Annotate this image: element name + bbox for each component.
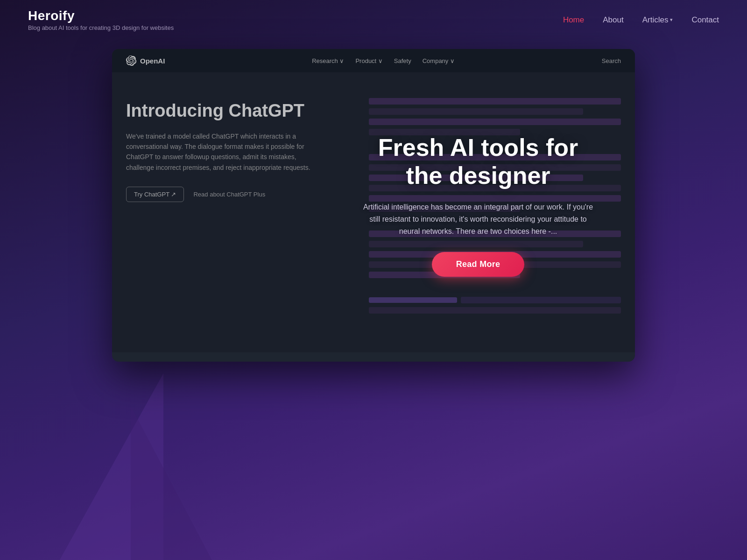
top-navigation: Heroify Blog about AI tools for creating… [0, 0, 747, 40]
main-content: OpenAI Research ∨ Product ∨ Safety Compa… [0, 40, 747, 371]
content-line [369, 108, 583, 115]
inner-hero-body: We've trained a model called ChatGPT whi… [126, 131, 313, 173]
inner-nav-company: Company ∨ [423, 57, 455, 64]
browser-card: OpenAI Research ∨ Product ∨ Safety Compa… [112, 49, 635, 362]
nav-about[interactable]: About [603, 15, 623, 25]
overlay-title: Fresh AI tools for the designer [361, 134, 595, 190]
content-line [461, 297, 621, 303]
read-chatgpt-plus-button: Read about ChatGPT Plus [191, 187, 267, 202]
inner-nav-links: Research ∨ Product ∨ Safety Company ∨ [312, 57, 455, 64]
openai-logo: OpenAI [126, 56, 165, 66]
content-lines-group-4 [369, 297, 621, 314]
nav-links: Home About Articles ▾ Contact [563, 15, 719, 25]
openai-logo-text: OpenAI [140, 57, 165, 65]
brand-subtitle: Blog about AI tools for creating 3D desi… [28, 24, 174, 31]
content-line [369, 307, 621, 314]
inner-nav-safety: Safety [394, 57, 411, 64]
chevron-down-icon: ▾ [670, 17, 673, 23]
inner-hero-left: Introducing ChatGPT We've trained a mode… [126, 96, 350, 338]
articles-label: Articles [642, 15, 669, 25]
brand-container: Heroify Blog about AI tools for creating… [28, 8, 174, 31]
inner-hero-title: Introducing ChatGPT [126, 100, 350, 122]
content-line [369, 98, 621, 105]
inner-nav-research: Research ∨ [312, 57, 344, 64]
nav-contact[interactable]: Contact [691, 15, 719, 25]
try-chatgpt-button: Try ChatGPT ↗ [126, 187, 184, 202]
openai-icon [126, 56, 136, 66]
inner-search: Search [602, 57, 621, 64]
nav-home[interactable]: Home [563, 15, 584, 25]
brand-title: Heroify [28, 8, 174, 23]
nav-articles[interactable]: Articles ▾ [642, 15, 673, 25]
inner-hero-buttons: Try ChatGPT ↗ Read about ChatGPT Plus [126, 187, 350, 202]
inner-nav: OpenAI Research ∨ Product ∨ Safety Compa… [112, 49, 635, 72]
read-more-button[interactable]: Read More [432, 252, 525, 277]
overlay-description: Artificial intelligence has become an in… [361, 201, 595, 238]
overlay-card: Fresh AI tools for the designer Artifici… [347, 120, 609, 291]
background-decoration [0, 373, 747, 560]
content-line [369, 297, 457, 303]
inner-nav-product: Product ∨ [355, 57, 382, 64]
